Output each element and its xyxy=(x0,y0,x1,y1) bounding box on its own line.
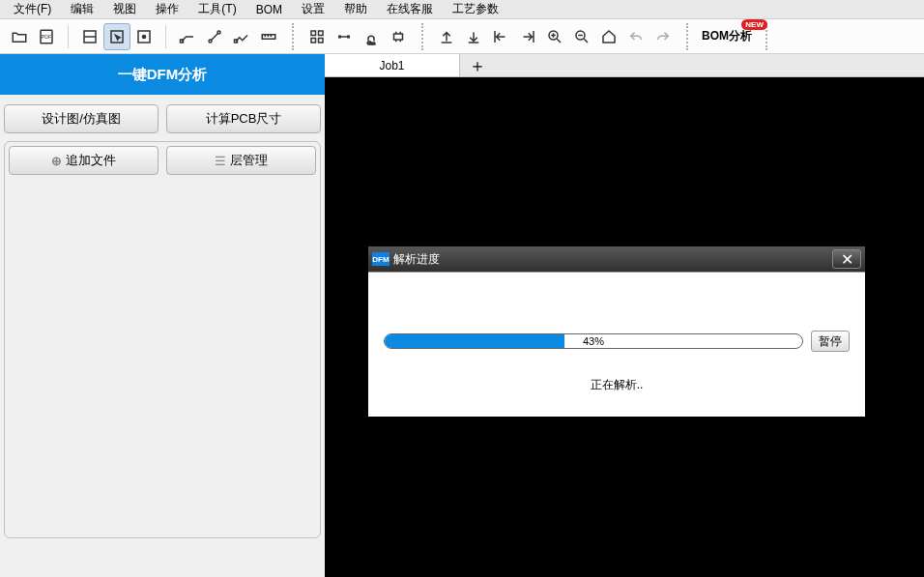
svg-rect-17 xyxy=(311,38,316,43)
cursor-icon[interactable] xyxy=(103,23,130,50)
pdf-icon[interactable]: PDF xyxy=(33,23,60,50)
progress-dialog: DFM 解析进度 ✕ 43% 暂停 正在解析.. xyxy=(365,244,868,419)
menu-settings[interactable]: 设置 xyxy=(292,1,334,17)
dfm-analysis-button[interactable]: 一键DFM分析 xyxy=(0,54,325,95)
zoom-out-icon[interactable] xyxy=(568,23,595,50)
right-area: Job1 ＋ DFM 解析进度 ✕ 43% xyxy=(325,54,924,577)
download-icon[interactable] xyxy=(460,23,487,50)
tab-add-button[interactable]: ＋ xyxy=(460,54,495,76)
svg-line-29 xyxy=(557,39,561,43)
file-panel: ⊕ 追加文件 ☰ 层管理 xyxy=(4,141,321,538)
calc-pcb-size-button[interactable]: 计算PCB尺寸 xyxy=(166,104,321,133)
svg-rect-23 xyxy=(394,34,403,40)
menu-process-params[interactable]: 工艺参数 xyxy=(443,1,508,17)
open-folder-icon[interactable] xyxy=(6,23,33,50)
svg-rect-15 xyxy=(311,31,316,36)
redo-icon[interactable] xyxy=(650,23,677,50)
menu-bar: 文件(F) 编辑 视图 操作 工具(T) BOM 设置 帮助 在线客服 工艺参数 xyxy=(0,0,924,19)
undo-icon[interactable] xyxy=(622,23,650,50)
menu-view[interactable]: 视图 xyxy=(103,1,146,17)
menu-tool[interactable]: 工具(T) xyxy=(188,1,245,17)
ruler-icon[interactable] xyxy=(255,23,282,50)
dialog-titlebar[interactable]: DFM 解析进度 ✕ xyxy=(368,246,865,272)
toolbar: PDF Ohm BOM分析 NEW xyxy=(0,19,924,54)
close-button[interactable]: ✕ xyxy=(832,249,861,269)
menu-edit[interactable]: 编辑 xyxy=(61,1,103,17)
design-simulation-button[interactable]: 设计图/仿真图 xyxy=(4,104,159,133)
bom-analysis-label: BOM分析 xyxy=(702,28,752,44)
zoom-in-icon[interactable] xyxy=(541,23,568,50)
svg-rect-20 xyxy=(347,35,350,38)
svg-rect-18 xyxy=(319,38,324,43)
component-icon[interactable] xyxy=(385,23,412,50)
svg-text:PDF: PDF xyxy=(42,34,52,40)
layers-icon: ☰ xyxy=(215,154,226,168)
align-left-icon[interactable] xyxy=(487,23,514,50)
menu-online-cs[interactable]: 在线客服 xyxy=(377,1,443,17)
plus-icon: ＋ xyxy=(469,54,486,77)
svg-rect-16 xyxy=(319,31,324,36)
select-region-icon[interactable] xyxy=(130,23,158,50)
menu-operate[interactable]: 操作 xyxy=(146,1,188,17)
ohm-icon[interactable]: Ohm xyxy=(358,23,385,50)
tab-job1[interactable]: Job1 xyxy=(325,54,460,76)
bom-analysis-button[interactable]: BOM分析 NEW xyxy=(692,25,762,48)
plus-circle-icon: ⊕ xyxy=(51,154,62,168)
add-file-button[interactable]: ⊕ 追加文件 xyxy=(9,146,159,175)
tab-bar: Job1 ＋ xyxy=(325,54,924,77)
left-panel: 一键DFM分析 设计图/仿真图 计算PCB尺寸 ⊕ 追加文件 ☰ 层管理 xyxy=(0,54,325,577)
status-text: 正在解析.. xyxy=(384,377,850,393)
canvas[interactable]: DFM 解析进度 ✕ 43% 暂停 正在解析.. xyxy=(325,77,924,577)
svg-rect-19 xyxy=(338,35,341,38)
home-icon[interactable] xyxy=(595,23,622,50)
new-badge: NEW xyxy=(741,19,767,30)
path-icon[interactable] xyxy=(201,23,228,50)
node-icon[interactable] xyxy=(331,23,358,50)
net-icon[interactable] xyxy=(228,23,255,50)
close-icon: ✕ xyxy=(841,250,853,269)
menu-file[interactable]: 文件(F) xyxy=(4,1,61,17)
menu-help[interactable]: 帮助 xyxy=(334,1,377,17)
qr-icon[interactable] xyxy=(303,23,331,50)
layer-mgmt-label: 层管理 xyxy=(230,152,268,169)
progress-percent: 43% xyxy=(385,334,802,348)
svg-point-6 xyxy=(143,35,146,38)
menu-bom[interactable]: BOM xyxy=(246,3,292,16)
trace-icon[interactable] xyxy=(174,23,201,50)
upload-icon[interactable] xyxy=(433,23,460,50)
layout-icon[interactable] xyxy=(76,23,103,50)
add-file-label: 追加文件 xyxy=(66,152,116,169)
pause-button[interactable]: 暂停 xyxy=(811,331,850,352)
align-right-icon[interactable] xyxy=(514,23,541,50)
dfm-icon: DFM xyxy=(372,252,390,266)
svg-line-33 xyxy=(584,39,588,43)
layer-management-button[interactable]: ☰ 层管理 xyxy=(166,146,316,175)
svg-text:Ohm: Ohm xyxy=(367,41,375,44)
dialog-title: 解析进度 xyxy=(393,251,440,268)
progress-bar: 43% xyxy=(384,333,803,349)
